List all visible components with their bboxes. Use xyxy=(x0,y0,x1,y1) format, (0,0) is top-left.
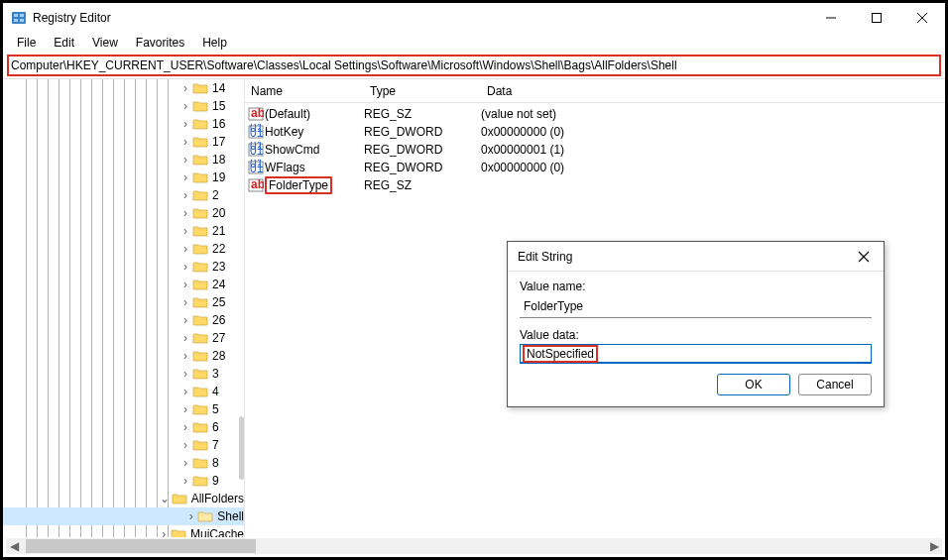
chevron-right-icon: › xyxy=(178,117,192,131)
tree-item-16[interactable]: ›16 xyxy=(3,115,244,133)
tree-item-25[interactable]: ›25 xyxy=(3,293,244,311)
value-rows: ab(Default)REG_SZ(value not set)01100110… xyxy=(245,103,945,194)
scroll-thumb[interactable] xyxy=(26,539,256,553)
value-name: ShowCmd xyxy=(265,143,364,157)
tree-item-label: 6 xyxy=(212,420,219,434)
tree-item-label: 27 xyxy=(212,331,225,345)
tree-item-21[interactable]: ›21 xyxy=(3,222,244,240)
dialog-close-button[interactable] xyxy=(854,251,874,263)
value-row[interactable]: 01100110ShowCmdREG_DWORD0x00000001 (1) xyxy=(245,141,945,159)
tree-item-9[interactable]: ›9 xyxy=(3,472,244,490)
tree-item-label: 19 xyxy=(212,170,225,184)
tree-item-27[interactable]: ›27 xyxy=(3,329,244,347)
value-type: REG_DWORD xyxy=(364,125,481,139)
tree-item-label: 18 xyxy=(212,153,225,167)
tree-item-label: 4 xyxy=(212,385,219,398)
tree-item-28[interactable]: ›28 xyxy=(3,347,244,365)
value-row[interactable]: 01100110HotKeyREG_DWORD0x00000000 (0) xyxy=(245,123,945,141)
folder-icon xyxy=(192,242,208,256)
folder-icon xyxy=(192,456,208,470)
tree-item-label: 5 xyxy=(212,402,219,416)
regedit-icon xyxy=(11,10,27,26)
value-row[interactable]: ab(Default)REG_SZ(value not set) xyxy=(245,105,945,123)
tree-item-4[interactable]: ›4 xyxy=(3,383,244,400)
menu-bar: File Edit View Favorites Help xyxy=(3,33,945,53)
tree-item-label: 15 xyxy=(212,99,225,113)
value-data-field[interactable]: NotSpecified xyxy=(520,344,872,364)
scroll-right-icon[interactable]: ▶ xyxy=(926,538,942,554)
folder-icon xyxy=(192,278,208,291)
tree-item-2[interactable]: ›2 xyxy=(3,186,244,204)
chevron-right-icon: › xyxy=(184,509,197,523)
tree-item-22[interactable]: ›22 xyxy=(3,240,244,258)
horizontal-scrollbar[interactable]: ◀ ▶ xyxy=(6,538,942,554)
chevron-right-icon: › xyxy=(178,313,192,327)
folder-icon xyxy=(192,153,208,167)
svg-text:0110: 0110 xyxy=(250,126,264,140)
tree-item-label: 17 xyxy=(212,135,225,149)
chevron-right-icon: › xyxy=(178,456,192,470)
value-row[interactable]: abFolderTypeREG_SZ xyxy=(245,176,945,194)
dialog-title: Edit String xyxy=(518,250,854,264)
close-button[interactable] xyxy=(899,3,945,33)
maximize-button[interactable] xyxy=(854,3,899,33)
menu-favorites[interactable]: Favorites xyxy=(128,34,192,52)
svg-text:0110: 0110 xyxy=(250,162,264,175)
chevron-right-icon: › xyxy=(178,385,192,398)
tree-item-label: 21 xyxy=(212,224,225,238)
tree-item-24[interactable]: ›24 xyxy=(3,276,244,293)
tree-item-shell[interactable]: ›Shell xyxy=(3,507,244,525)
tree-item-26[interactable]: ›26 xyxy=(3,311,244,329)
minimize-button[interactable] xyxy=(808,3,854,33)
tree-item-20[interactable]: ›20 xyxy=(3,204,244,222)
col-type[interactable]: Type xyxy=(364,84,481,98)
chevron-right-icon: › xyxy=(178,278,192,291)
folder-icon xyxy=(192,81,208,95)
address-text: Computer\HKEY_CURRENT_USER\Software\Clas… xyxy=(11,58,677,72)
folder-icon xyxy=(192,188,208,202)
menu-view[interactable]: View xyxy=(84,34,126,52)
value-name-field[interactable]: FolderType xyxy=(520,295,872,318)
chevron-right-icon: › xyxy=(178,474,192,488)
chevron-right-icon: › xyxy=(157,527,171,537)
tree-item-19[interactable]: ›19 xyxy=(3,168,244,186)
value-row[interactable]: 01100110WFlagsREG_DWORD0x00000000 (0) xyxy=(245,159,945,176)
tree-item-23[interactable]: ›23 xyxy=(3,258,244,276)
tree-item-6[interactable]: ›6 xyxy=(3,418,244,436)
tree-item-14[interactable]: ›14 xyxy=(3,79,244,97)
folder-icon xyxy=(192,99,208,113)
tree-item-8[interactable]: ›8 xyxy=(3,454,244,472)
ok-button[interactable]: OK xyxy=(717,374,790,395)
tree-item-18[interactable]: ›18 xyxy=(3,151,244,168)
tree-panel[interactable]: ›14›15›16›17›18›19›2›20›21›22›23›24›25›2… xyxy=(3,79,245,537)
scroll-left-icon[interactable]: ◀ xyxy=(6,538,22,554)
chevron-right-icon: › xyxy=(178,242,192,256)
tree-item-allfolders[interactable]: ⌄AllFolders xyxy=(3,490,244,507)
tree-item-label: Shell xyxy=(217,509,244,523)
tree-item-3[interactable]: ›3 xyxy=(3,365,244,383)
chevron-right-icon: › xyxy=(178,81,192,95)
folder-icon xyxy=(192,117,208,131)
address-bar[interactable]: Computer\HKEY_CURRENT_USER\Software\Clas… xyxy=(7,55,941,76)
value-data: 0x00000000 (0) xyxy=(481,161,945,174)
cancel-button[interactable]: Cancel xyxy=(798,374,872,395)
value-name: HotKey xyxy=(265,125,364,139)
col-data[interactable]: Data xyxy=(481,84,945,98)
chevron-right-icon: › xyxy=(178,99,192,113)
menu-file[interactable]: File xyxy=(9,34,44,52)
tree-item-7[interactable]: ›7 xyxy=(3,436,244,454)
folder-icon xyxy=(192,224,208,238)
value-data: 0x00000000 (0) xyxy=(481,125,945,139)
tree-item-5[interactable]: ›5 xyxy=(3,400,244,418)
splitter-handle[interactable] xyxy=(239,416,244,480)
folder-icon xyxy=(172,492,187,505)
tree-item-muicache[interactable]: ›MuiCache xyxy=(3,525,244,537)
column-headers[interactable]: Name Type Data xyxy=(245,79,945,103)
tree-item-17[interactable]: ›17 xyxy=(3,133,244,151)
tree-item-label: 7 xyxy=(212,438,219,452)
col-name[interactable]: Name xyxy=(245,84,364,98)
menu-edit[interactable]: Edit xyxy=(46,34,82,52)
menu-help[interactable]: Help xyxy=(194,34,235,52)
folder-icon xyxy=(192,402,208,416)
tree-item-15[interactable]: ›15 xyxy=(3,97,244,115)
